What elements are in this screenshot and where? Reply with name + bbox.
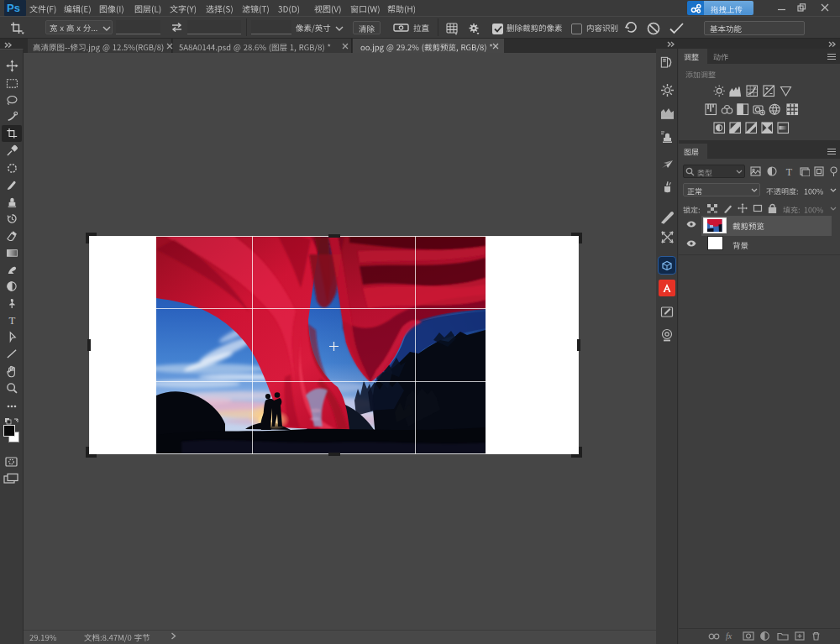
svg-text:T: T	[786, 166, 793, 176]
svg-text:T: T	[9, 315, 16, 327]
